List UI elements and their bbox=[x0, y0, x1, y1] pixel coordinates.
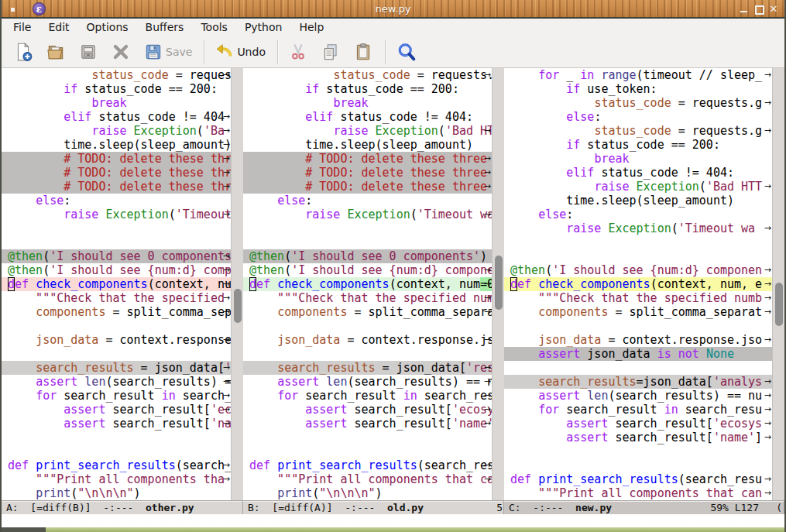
truncation-arrow-icon: → bbox=[484, 125, 491, 137]
menu-tools[interactable]: Tools bbox=[192, 20, 236, 34]
code-line: @then('I should see {num:d} compone→ bbox=[243, 263, 492, 277]
menu-edit[interactable]: Edit bbox=[39, 20, 77, 34]
open-file-button[interactable] bbox=[42, 39, 70, 64]
code-line: assert search_result['ecosys→ bbox=[504, 417, 772, 431]
scrollbar-thumb[interactable] bbox=[495, 256, 503, 310]
resize-grip[interactable] bbox=[2, 527, 46, 532]
truncation-arrow-icon: → bbox=[764, 69, 771, 81]
pane-new-py: for _ in range(timeout // sleep_→ if use… bbox=[504, 68, 784, 500]
code-line: break bbox=[243, 96, 492, 110]
code-line: raise Exception('Timeout wa→ bbox=[243, 208, 492, 221]
minimize-button[interactable] bbox=[740, 5, 749, 14]
titlebar[interactable]: ε new.py ✕ bbox=[2, 0, 784, 19]
paste-clipboard-icon bbox=[353, 42, 373, 62]
menu-python[interactable]: Python bbox=[236, 20, 291, 34]
close-button[interactable]: ✕ bbox=[769, 5, 778, 14]
scrollbar-thumb[interactable] bbox=[234, 289, 242, 323]
new-file-button[interactable] bbox=[9, 39, 37, 64]
truncation-arrow-icon: → bbox=[223, 459, 230, 472]
code-buffer-c[interactable]: for _ in range(timeout // sleep_→ if use… bbox=[504, 68, 772, 500]
echo-area[interactable] bbox=[2, 514, 784, 527]
truncation-arrow-icon: → bbox=[223, 376, 230, 388]
truncation-arrow-icon: → bbox=[223, 473, 230, 486]
code-line: else: bbox=[504, 110, 772, 124]
code-line: raise Exception('Timeout wa→ bbox=[504, 221, 772, 235]
code-line: search_results = json_data['→ bbox=[2, 361, 231, 375]
code-line: """Print all components that can→ bbox=[504, 486, 772, 500]
code-line: raise Exception('Timeout→ bbox=[2, 208, 231, 221]
code-line: assert search_result['name']→ bbox=[504, 431, 772, 444]
code-line: assert search_result['na→ bbox=[2, 417, 231, 431]
code-line: # TODO: delete these three→ bbox=[243, 166, 492, 180]
scrollbar-a[interactable] bbox=[231, 68, 243, 500]
truncation-arrow-icon: → bbox=[764, 306, 771, 318]
code-line: @then('I should see 0 components') bbox=[243, 249, 492, 263]
search-button[interactable] bbox=[392, 39, 421, 65]
modeline-a[interactable]: A: [=diff(B)] -:--- other.py bbox=[2, 500, 243, 514]
code-line: @then('I should see {num:d} comp→ bbox=[2, 263, 231, 277]
code-line: raise Exception('Ba→ bbox=[2, 124, 231, 138]
truncation-arrow-icon: → bbox=[764, 125, 771, 137]
truncation-arrow-icon: → bbox=[223, 306, 230, 318]
truncation-arrow-icon: → bbox=[484, 403, 491, 416]
scrollbar-c[interactable] bbox=[772, 68, 784, 500]
truncation-arrow-icon: → bbox=[223, 292, 230, 304]
truncation-arrow-icon: → bbox=[764, 403, 771, 416]
code-line bbox=[2, 444, 231, 458]
code-buffer-a[interactable]: status_code = reques→ if status_code == … bbox=[2, 68, 231, 500]
code-line bbox=[243, 444, 492, 458]
modeline-b-clipped-text: 5 bbox=[496, 502, 503, 513]
code-line: assert json_data is not None bbox=[504, 347, 772, 361]
truncation-arrow-icon: → bbox=[764, 431, 771, 444]
truncation-arrow-icon: → bbox=[223, 166, 230, 179]
truncation-arrow-icon: → bbox=[223, 153, 230, 165]
truncation-arrow-icon: → bbox=[484, 180, 491, 193]
truncation-arrow-icon: → bbox=[223, 417, 230, 430]
maximize-button[interactable] bbox=[754, 5, 764, 14]
truncation-arrow-icon: → bbox=[764, 97, 771, 109]
toolbar-separator bbox=[277, 39, 278, 64]
modeline-c[interactable]: C: -:--- new.py 59% L127 ( bbox=[504, 500, 784, 514]
truncation-arrow-icon: → bbox=[484, 390, 491, 402]
emacs-window: ε new.py ✕ File Edit Options Buffers Too… bbox=[0, 0, 786, 532]
undo-button[interactable]: Undo bbox=[211, 39, 269, 64]
code-line: json_data = context.response→ bbox=[2, 333, 231, 347]
code-line bbox=[243, 221, 492, 235]
undo-arrow-icon bbox=[215, 42, 235, 62]
save-as-button[interactable] bbox=[74, 39, 102, 64]
modeline-b[interactable]: B: [=diff(A)] -:--- old.py 5 bbox=[243, 500, 504, 514]
menu-file[interactable]: File bbox=[5, 20, 39, 34]
code-buffer-b[interactable]: status_code = requests.→ if status_code … bbox=[243, 68, 492, 500]
truncation-arrow-icon: → bbox=[223, 362, 230, 374]
editor-area: status_code = reques→ if status_code == … bbox=[2, 68, 784, 500]
truncation-arrow-icon: → bbox=[484, 334, 491, 346]
paste-button[interactable] bbox=[349, 39, 377, 64]
menu-options[interactable]: Options bbox=[78, 20, 137, 34]
truncation-arrow-icon: → bbox=[484, 459, 491, 472]
menu-buffers[interactable]: Buffers bbox=[137, 20, 193, 34]
truncation-arrow-icon: → bbox=[223, 250, 230, 263]
close-buffer-button[interactable] bbox=[107, 39, 135, 64]
truncation-arrow-icon: → bbox=[223, 334, 230, 346]
cut-button[interactable] bbox=[284, 39, 312, 64]
truncation-arrow-icon: → bbox=[223, 125, 230, 137]
save-button[interactable]: Save bbox=[139, 39, 196, 64]
truncation-arrow-icon: → bbox=[484, 306, 491, 318]
disk-drawer-icon bbox=[78, 42, 98, 62]
code-line: else: bbox=[243, 194, 492, 208]
truncation-arrow-icon: → bbox=[484, 278, 491, 290]
copy-button[interactable] bbox=[317, 39, 345, 64]
code-line bbox=[504, 235, 772, 249]
truncation-arrow-icon: → bbox=[223, 139, 230, 151]
truncation-arrow-icon: → bbox=[484, 264, 491, 276]
scrollbar-thumb[interactable] bbox=[775, 283, 783, 326]
code-line bbox=[504, 319, 772, 333]
scrollbar-b[interactable] bbox=[492, 68, 504, 500]
code-line: search_results=json_data['analys→ bbox=[504, 375, 772, 389]
modeline-c-info: C: -:--- bbox=[509, 502, 575, 513]
text-cursor: d bbox=[510, 277, 517, 291]
window-title: new.py bbox=[2, 0, 784, 19]
code-line: search_results = json_data['res→ bbox=[243, 361, 492, 375]
code-line: time.sleep(sleep_amount) bbox=[243, 138, 492, 152]
menu-help[interactable]: Help bbox=[290, 20, 332, 34]
